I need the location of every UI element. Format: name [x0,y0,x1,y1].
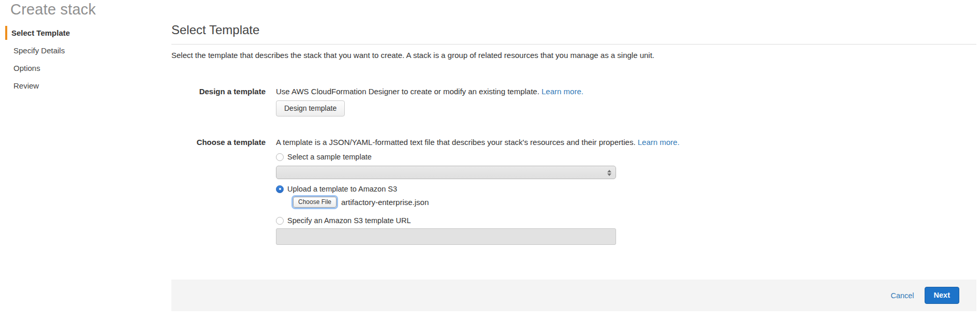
file-upload-row: Choose File artifactory-enterprise.json [293,197,976,208]
sample-template-select[interactable] [276,166,616,179]
chevron-up-icon [607,170,611,172]
sidebar-item-label: Review [13,81,39,90]
page-title: Create stack [10,1,96,18]
s3-template-url-input[interactable] [276,228,616,245]
choose-file-button[interactable]: Choose File [293,197,337,208]
chevron-down-icon [607,173,611,176]
create-stack-page: Create stack Select Template Specify Det… [0,0,980,336]
choose-template-content: A template is a JSON/YAML-formatted text… [276,137,976,245]
radio-button-icon[interactable] [276,217,284,225]
s3-url-option-label: Specify an Amazon S3 template URL [287,216,411,225]
section-heading: Select Template [171,23,976,37]
radio-button-icon[interactable] [276,153,284,161]
choose-learn-more-link[interactable]: Learn more. [638,138,680,147]
sidebar-item-label: Options [13,64,40,72]
s3-url-option[interactable]: Specify an Amazon S3 template URL [276,216,976,225]
design-template-row: Design a template Use AWS CloudFormation… [171,86,976,116]
design-template-label: Design a template [171,86,266,96]
radio-button-icon[interactable] [276,185,284,193]
wizard-footer: Cancel Next [171,280,976,311]
sample-template-option-label: Select a sample template [287,153,372,161]
select-stepper-icon [605,168,613,178]
upload-template-option[interactable]: Upload a template to Amazon S3 [276,185,976,193]
choose-template-label: Choose a template [171,137,266,147]
sidebar-item-label: Select Template [11,28,70,37]
heading-divider [171,44,976,45]
section-description: Select the template that describes the s… [171,51,976,60]
choose-template-text: A template is a JSON/YAML-formatted text… [276,137,976,147]
choose-template-row: Choose a template A template is a JSON/Y… [171,137,976,245]
upload-template-option-label: Upload a template to Amazon S3 [287,185,397,193]
design-template-description: Use AWS CloudFormation Designer to creat… [276,87,539,96]
sample-template-option[interactable]: Select a sample template [276,153,976,161]
design-template-text: Use AWS CloudFormation Designer to creat… [276,86,976,96]
cancel-button[interactable]: Cancel [890,291,914,300]
choose-template-description: A template is a JSON/YAML-formatted text… [276,138,636,147]
uploaded-file-name: artifactory-enterprise.json [341,198,429,207]
design-learn-more-link[interactable]: Learn more. [542,87,583,96]
design-template-button[interactable]: Design template [276,100,345,116]
sidebar-item-select-template[interactable]: Select Template [5,26,155,40]
sidebar-item-options[interactable]: Options [5,61,155,75]
main-panel: Select Template Select the template that… [171,23,976,245]
sidebar-item-review[interactable]: Review [5,79,155,93]
wizard-steps-sidebar: Select Template Specify Details Options … [5,26,155,96]
sidebar-item-specify-details[interactable]: Specify Details [5,43,155,57]
sidebar-item-label: Specify Details [13,46,65,55]
next-button[interactable]: Next [925,287,959,304]
design-template-content: Use AWS CloudFormation Designer to creat… [276,86,976,116]
